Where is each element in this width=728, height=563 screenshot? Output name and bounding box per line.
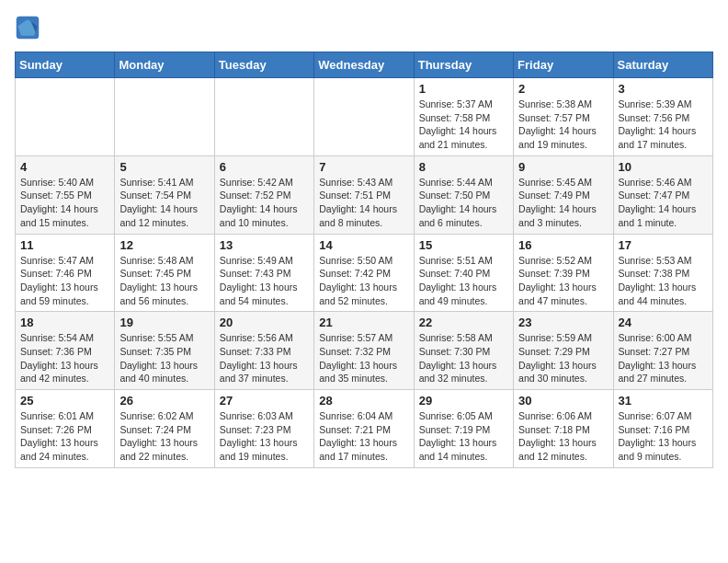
logo bbox=[15, 15, 44, 40]
day-detail: Sunrise: 5:46 AMSunset: 7:47 PMDaylight:… bbox=[619, 176, 708, 230]
day-cell: 23Sunrise: 5:59 AMSunset: 7:29 PMDayligh… bbox=[514, 312, 613, 390]
day-cell: 7Sunrise: 5:43 AMSunset: 7:51 PMDaylight… bbox=[314, 155, 414, 234]
day-cell: 28Sunrise: 6:04 AMSunset: 7:21 PMDayligh… bbox=[314, 390, 414, 468]
day-cell bbox=[214, 78, 313, 156]
day-detail: Sunrise: 6:07 AMSunset: 7:16 PMDaylight:… bbox=[619, 409, 708, 464]
day-detail: Sunrise: 5:48 AMSunset: 7:45 PMDaylight:… bbox=[119, 254, 209, 308]
day-cell: 11Sunrise: 5:47 AMSunset: 7:46 PMDayligh… bbox=[16, 234, 115, 312]
day-number: 13 bbox=[220, 238, 309, 252]
weekday-header-thursday: Thursday bbox=[414, 52, 513, 78]
week-row-4: 18Sunrise: 5:54 AMSunset: 7:36 PMDayligh… bbox=[16, 312, 713, 390]
day-cell: 24Sunrise: 6:00 AMSunset: 7:27 PMDayligh… bbox=[613, 312, 712, 390]
day-cell: 12Sunrise: 5:48 AMSunset: 7:45 PMDayligh… bbox=[115, 234, 214, 312]
day-cell: 3Sunrise: 5:39 AMSunset: 7:56 PMDaylight… bbox=[613, 78, 712, 156]
day-cell: 31Sunrise: 6:07 AMSunset: 7:16 PMDayligh… bbox=[613, 390, 712, 468]
day-cell: 26Sunrise: 6:02 AMSunset: 7:24 PMDayligh… bbox=[115, 390, 214, 468]
day-detail: Sunrise: 6:00 AMSunset: 7:27 PMDaylight:… bbox=[619, 331, 708, 385]
weekday-header-row: SundayMondayTuesdayWednesdayThursdayFrid… bbox=[16, 52, 713, 78]
day-cell: 18Sunrise: 5:54 AMSunset: 7:36 PMDayligh… bbox=[16, 312, 115, 390]
day-cell: 27Sunrise: 6:03 AMSunset: 7:23 PMDayligh… bbox=[214, 390, 313, 468]
weekday-header-tuesday: Tuesday bbox=[214, 52, 313, 78]
day-number: 11 bbox=[20, 238, 109, 252]
day-detail: Sunrise: 6:02 AMSunset: 7:24 PMDaylight:… bbox=[119, 409, 209, 464]
day-detail: Sunrise: 5:49 AMSunset: 7:43 PMDaylight:… bbox=[220, 254, 309, 308]
day-detail: Sunrise: 5:56 AMSunset: 7:33 PMDaylight:… bbox=[220, 331, 309, 385]
week-row-5: 25Sunrise: 6:01 AMSunset: 7:26 PMDayligh… bbox=[16, 390, 713, 468]
day-detail: Sunrise: 5:54 AMSunset: 7:36 PMDaylight:… bbox=[20, 331, 109, 385]
day-detail: Sunrise: 5:40 AMSunset: 7:55 PMDaylight:… bbox=[20, 176, 109, 230]
day-cell: 25Sunrise: 6:01 AMSunset: 7:26 PMDayligh… bbox=[16, 390, 115, 468]
day-number: 16 bbox=[518, 238, 608, 252]
day-detail: Sunrise: 5:59 AMSunset: 7:29 PMDaylight:… bbox=[518, 331, 608, 385]
day-detail: Sunrise: 5:47 AMSunset: 7:46 PMDaylight:… bbox=[20, 254, 109, 308]
day-cell: 2Sunrise: 5:38 AMSunset: 7:57 PMDaylight… bbox=[514, 78, 613, 156]
day-detail: Sunrise: 5:38 AMSunset: 7:57 PMDaylight:… bbox=[518, 98, 608, 152]
day-detail: Sunrise: 5:45 AMSunset: 7:49 PMDaylight:… bbox=[518, 176, 608, 230]
day-number: 27 bbox=[220, 394, 309, 408]
day-cell: 30Sunrise: 6:06 AMSunset: 7:18 PMDayligh… bbox=[514, 390, 613, 468]
day-number: 25 bbox=[20, 394, 109, 408]
day-number: 17 bbox=[619, 238, 708, 252]
day-number: 12 bbox=[119, 238, 209, 252]
day-detail: Sunrise: 5:55 AMSunset: 7:35 PMDaylight:… bbox=[119, 331, 209, 385]
day-cell: 10Sunrise: 5:46 AMSunset: 7:47 PMDayligh… bbox=[613, 155, 712, 234]
day-number: 3 bbox=[619, 82, 708, 96]
day-cell: 6Sunrise: 5:42 AMSunset: 7:52 PMDaylight… bbox=[214, 155, 313, 234]
day-detail: Sunrise: 6:05 AMSunset: 7:19 PMDaylight:… bbox=[419, 409, 508, 464]
day-detail: Sunrise: 6:06 AMSunset: 7:18 PMDaylight:… bbox=[518, 409, 608, 464]
day-detail: Sunrise: 5:52 AMSunset: 7:39 PMDaylight:… bbox=[518, 254, 608, 308]
day-number: 4 bbox=[20, 160, 109, 174]
weekday-header-saturday: Saturday bbox=[613, 52, 712, 78]
day-detail: Sunrise: 5:39 AMSunset: 7:56 PMDaylight:… bbox=[619, 98, 708, 152]
day-number: 31 bbox=[619, 394, 708, 408]
day-cell: 22Sunrise: 5:58 AMSunset: 7:30 PMDayligh… bbox=[414, 312, 513, 390]
day-number: 7 bbox=[319, 160, 408, 174]
day-cell bbox=[16, 78, 115, 156]
day-number: 8 bbox=[419, 160, 508, 174]
day-number: 30 bbox=[518, 394, 608, 408]
day-cell: 15Sunrise: 5:51 AMSunset: 7:40 PMDayligh… bbox=[414, 234, 513, 312]
day-number: 2 bbox=[518, 82, 608, 96]
day-detail: Sunrise: 5:41 AMSunset: 7:54 PMDaylight:… bbox=[119, 176, 209, 230]
day-number: 15 bbox=[419, 238, 508, 252]
day-number: 9 bbox=[518, 160, 608, 174]
day-detail: Sunrise: 6:04 AMSunset: 7:21 PMDaylight:… bbox=[319, 409, 408, 464]
day-cell: 16Sunrise: 5:52 AMSunset: 7:39 PMDayligh… bbox=[514, 234, 613, 312]
page-header bbox=[15, 15, 713, 40]
day-cell: 17Sunrise: 5:53 AMSunset: 7:38 PMDayligh… bbox=[613, 234, 712, 312]
day-detail: Sunrise: 5:43 AMSunset: 7:51 PMDaylight:… bbox=[319, 176, 408, 230]
day-number: 29 bbox=[419, 394, 508, 408]
day-cell: 4Sunrise: 5:40 AMSunset: 7:55 PMDaylight… bbox=[16, 155, 115, 234]
day-number: 23 bbox=[518, 316, 608, 329]
week-row-1: 1Sunrise: 5:37 AMSunset: 7:58 PMDaylight… bbox=[16, 78, 713, 156]
weekday-header-monday: Monday bbox=[115, 52, 214, 78]
day-number: 21 bbox=[319, 316, 408, 329]
day-number: 14 bbox=[319, 238, 408, 252]
day-detail: Sunrise: 5:44 AMSunset: 7:50 PMDaylight:… bbox=[419, 176, 508, 230]
day-detail: Sunrise: 5:57 AMSunset: 7:32 PMDaylight:… bbox=[319, 331, 408, 385]
day-cell: 21Sunrise: 5:57 AMSunset: 7:32 PMDayligh… bbox=[314, 312, 414, 390]
day-detail: Sunrise: 5:51 AMSunset: 7:40 PMDaylight:… bbox=[419, 254, 508, 308]
day-cell bbox=[115, 78, 214, 156]
day-detail: Sunrise: 5:50 AMSunset: 7:42 PMDaylight:… bbox=[319, 254, 408, 308]
day-number: 10 bbox=[619, 160, 708, 174]
day-cell: 13Sunrise: 5:49 AMSunset: 7:43 PMDayligh… bbox=[214, 234, 313, 312]
weekday-header-wednesday: Wednesday bbox=[314, 52, 414, 78]
day-cell: 5Sunrise: 5:41 AMSunset: 7:54 PMDaylight… bbox=[115, 155, 214, 234]
day-detail: Sunrise: 5:37 AMSunset: 7:58 PMDaylight:… bbox=[419, 98, 508, 152]
day-cell bbox=[314, 78, 414, 156]
day-cell: 8Sunrise: 5:44 AMSunset: 7:50 PMDaylight… bbox=[414, 155, 513, 234]
day-cell: 20Sunrise: 5:56 AMSunset: 7:33 PMDayligh… bbox=[214, 312, 313, 390]
day-detail: Sunrise: 6:01 AMSunset: 7:26 PMDaylight:… bbox=[20, 409, 109, 464]
day-number: 20 bbox=[220, 316, 309, 329]
day-detail: Sunrise: 6:03 AMSunset: 7:23 PMDaylight:… bbox=[220, 409, 309, 464]
day-number: 26 bbox=[119, 394, 209, 408]
day-cell: 29Sunrise: 6:05 AMSunset: 7:19 PMDayligh… bbox=[414, 390, 513, 468]
calendar-table: SundayMondayTuesdayWednesdayThursdayFrid… bbox=[15, 52, 713, 468]
weekday-header-friday: Friday bbox=[514, 52, 613, 78]
day-cell: 1Sunrise: 5:37 AMSunset: 7:58 PMDaylight… bbox=[414, 78, 513, 156]
weekday-header-sunday: Sunday bbox=[16, 52, 115, 78]
day-number: 5 bbox=[119, 160, 209, 174]
day-cell: 9Sunrise: 5:45 AMSunset: 7:49 PMDaylight… bbox=[514, 155, 613, 234]
day-detail: Sunrise: 5:53 AMSunset: 7:38 PMDaylight:… bbox=[619, 254, 708, 308]
